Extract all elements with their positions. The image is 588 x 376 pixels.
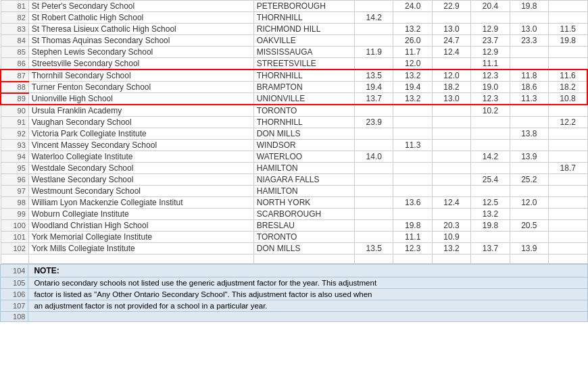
row-number: 82 (1, 12, 28, 24)
data-cell: 19.0 (471, 82, 510, 93)
data-cell: 14.2 (355, 12, 393, 24)
data-cell (549, 58, 587, 70)
data-cell (510, 163, 548, 174)
data-cell: 13.0 (432, 93, 470, 105)
data-cell (549, 243, 587, 254)
data-cell (393, 12, 432, 24)
data-cell (549, 209, 587, 220)
data-cell (393, 128, 432, 140)
data-cell (471, 140, 510, 151)
data-cell (355, 140, 393, 151)
note-content: NOTE: (28, 265, 588, 277)
note-row: 105Ontario secondary schools not listed … (1, 277, 588, 289)
school-name: Westlane Secondary School (28, 174, 253, 186)
data-cell: 18.2 (432, 82, 470, 93)
data-cell: 13.0 (510, 24, 548, 35)
table-row: 83St Theresa Lisieux Catholic High Schoo… (1, 24, 587, 35)
table-row: 102York Mills Collegiate InstituteDON MI… (1, 243, 587, 254)
data-cell (432, 12, 470, 24)
school-city: THORNHILL (253, 117, 354, 128)
school-city: WINDSOR (253, 140, 354, 151)
data-cell (510, 117, 548, 128)
data-cell: 12.9 (471, 24, 510, 35)
school-city: DON MILLS (253, 243, 354, 254)
school-city: RICHMOND HILL (253, 24, 354, 35)
row-number: 81 (1, 1, 28, 12)
data-cell (355, 186, 393, 197)
school-name: Waterloo Collegiate Institute (28, 151, 253, 163)
data-cell: 11.1 (471, 58, 510, 70)
note-row: 108 (1, 312, 588, 322)
data-cell (432, 58, 470, 70)
data-cell: 11.7 (393, 47, 432, 58)
data-cell: 13.7 (355, 93, 393, 105)
main-table-container: 81St Peter's Secondary SchoolPETERBOROUG… (0, 0, 588, 322)
row-number: 89 (1, 93, 28, 105)
note-row-number: 106 (1, 289, 28, 300)
data-cell (549, 232, 587, 243)
row-number: 94 (1, 151, 28, 163)
data-cell: 13.7 (471, 243, 510, 254)
note-content: an adjustment factor is not provided for… (28, 300, 588, 312)
row-number: 102 (1, 243, 28, 254)
data-cell (549, 220, 587, 232)
data-cell: 23.7 (471, 35, 510, 47)
school-city: THORNHILL (253, 70, 354, 82)
data-cell: 13.2 (393, 93, 432, 105)
note-row-number: 107 (1, 300, 28, 312)
school-name: Woburn Collegiate Institute (28, 209, 253, 220)
data-cell: 11.3 (510, 93, 548, 105)
data-cell: 11.6 (549, 70, 587, 82)
data-cell (432, 105, 470, 117)
empty-cell (253, 254, 354, 264)
data-cell: 18.2 (549, 82, 587, 93)
data-cell (393, 209, 432, 220)
empty-cell (393, 254, 432, 264)
data-cell: 12.4 (432, 47, 470, 58)
data-cell (510, 209, 548, 220)
school-city: BRESLAU (253, 220, 354, 232)
data-cell (355, 1, 393, 12)
table-row: 100Woodland Christian High SchoolBRESLAU… (1, 220, 587, 232)
note-row: 104NOTE: (1, 265, 588, 277)
data-cell (510, 47, 548, 58)
data-cell (510, 186, 548, 197)
data-cell (549, 105, 587, 117)
data-cell: 14.0 (355, 151, 393, 163)
data-cell (393, 163, 432, 174)
school-city: TORONTO (253, 105, 354, 117)
table-row: 95Westdale Secondary SchoolHAMILTON18.7 (1, 163, 587, 174)
note-row: 106factor is listed as "Any Other Ontari… (1, 289, 588, 300)
data-cell (471, 232, 510, 243)
table-row: 94Waterloo Collegiate InstituteWATERLOO1… (1, 151, 587, 163)
table-row: 88Turner Fenton Secondary SchoolBRAMPTON… (1, 82, 587, 93)
school-name: Turner Fenton Secondary School (28, 82, 253, 93)
note-row-number: 108 (1, 312, 28, 322)
school-name: York Mills Collegiate Institute (28, 243, 253, 254)
data-cell (355, 35, 393, 47)
table-row: 89Unionville High SchoolUNIONVILLE13.713… (1, 93, 587, 105)
data-cell: 19.8 (471, 220, 510, 232)
row-number: 100 (1, 220, 28, 232)
table-row: 96Westlane Secondary SchoolNIAGARA FALLS… (1, 174, 587, 186)
data-cell: 24.7 (432, 35, 470, 47)
data-cell (549, 197, 587, 209)
data-cell: 10.2 (471, 105, 510, 117)
empty-cell (1, 254, 28, 264)
data-cell (510, 12, 548, 24)
data-cell (471, 186, 510, 197)
school-name: Westdale Secondary School (28, 163, 253, 174)
row-number: 88 (1, 82, 28, 93)
school-city: BRAMPTON (253, 82, 354, 93)
table-row: 85Stephen Lewis Secondary SchoolMISSISSA… (1, 47, 587, 58)
school-name: Victoria Park Collegiate Institute (28, 128, 253, 140)
data-cell (393, 151, 432, 163)
data-cell (393, 105, 432, 117)
data-cell (549, 140, 587, 151)
data-cell: 24.0 (393, 1, 432, 12)
data-cell (549, 174, 587, 186)
data-cell (432, 151, 470, 163)
row-number: 95 (1, 163, 28, 174)
data-cell: 19.4 (393, 82, 432, 93)
data-cell: 11.5 (549, 24, 587, 35)
